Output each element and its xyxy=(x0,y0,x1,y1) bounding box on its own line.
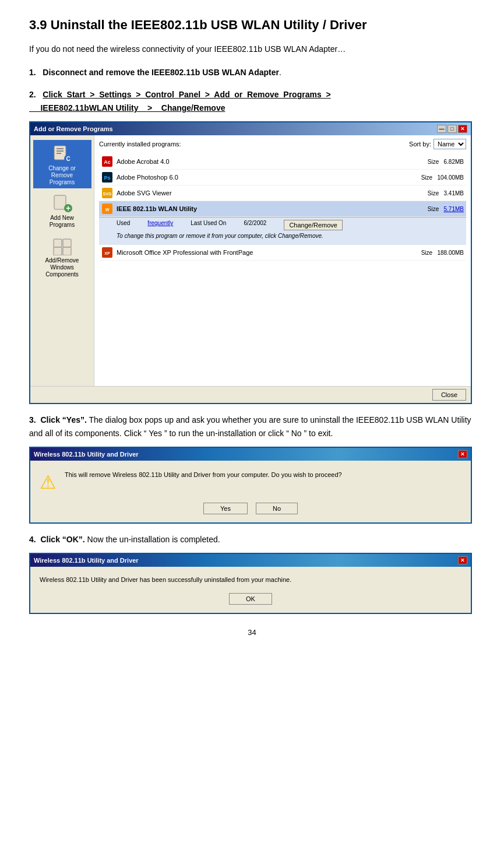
office-name: Microsoft Office XP Professional with Fr… xyxy=(117,249,394,256)
sidebar-item-add-new[interactable]: + Add NewPrograms xyxy=(33,190,91,231)
ieee-lastused-value: 6/2/2002 xyxy=(244,220,266,230)
svg-rect-6 xyxy=(54,195,66,209)
svg-rect-10 xyxy=(63,239,71,247)
sort-select[interactable]: Name xyxy=(433,139,466,149)
sort-label: Sort by: xyxy=(409,141,431,148)
minimize-button[interactable]: — xyxy=(437,125,446,133)
ieee-expand-info: Used frequently Last Used On 6/2/2002 Ch… xyxy=(117,220,461,230)
ieee-icon: W xyxy=(101,203,113,215)
program-row-acrobat[interactable]: Ac Adobe Acrobat 4.0 Size 6.82MB xyxy=(99,154,466,170)
warn-title: Wireless 802.11b Utility and Driver xyxy=(34,451,139,458)
currently-installed-label: Currently installed programs: xyxy=(99,141,181,148)
windows-components-icon xyxy=(52,234,73,255)
svg-text:C: C xyxy=(66,156,70,162)
step-1-number: 1. xyxy=(29,68,36,77)
ok-dialog: Wireless 802.11b Utility and Driver ✕ Wi… xyxy=(29,553,472,614)
sidebar-windows-label: Add/RemoveWindowsComponents xyxy=(45,257,79,278)
step-2-number: 2. xyxy=(29,90,36,99)
program-row-photoshop[interactable]: Ps Adobe Photoshop 6.0 Size 104.00MB xyxy=(99,170,466,185)
ieee-name: IEEE 802.11b WLAN Utility xyxy=(117,205,394,212)
add-remove-titlebar-buttons[interactable]: — □ ✕ xyxy=(437,125,467,133)
ok-button[interactable]: OK xyxy=(229,593,272,605)
step-1-label: 1. Disconnect and remove the IEEE802.11b… xyxy=(29,66,475,79)
step-4-text: 4. Click “OK”. Now the un-installation i… xyxy=(29,533,475,546)
add-remove-content: C Change orRemovePrograms + Add NewProgr… xyxy=(30,135,471,386)
step-2-label: 2. Click Start > Settings > Control Pane… xyxy=(29,88,475,114)
photoshop-icon: Ps xyxy=(101,171,113,183)
ieee-desc: To change this program or remove it from… xyxy=(117,233,461,239)
step-3-text: 3. Click “Yes”. The dialog box pops up a… xyxy=(29,413,475,440)
program-row-svg[interactable]: SVG Adobe SVG Viewer Size 3.41MB xyxy=(99,185,466,201)
step-3-bold: Click “Yes”. xyxy=(40,415,86,425)
add-remove-title: Add or Remove Programs xyxy=(34,125,113,132)
step-4: 4. Click “OK”. Now the un-installation i… xyxy=(29,533,475,614)
warn-titlebar: Wireless 802.11b Utility and Driver ✕ xyxy=(30,448,471,461)
add-remove-dialog: Add or Remove Programs — □ ✕ xyxy=(29,121,472,404)
svg-rect-12 xyxy=(63,247,71,255)
office-size: Size 188.00MB xyxy=(394,250,464,256)
svg-rect-2 xyxy=(57,150,64,152)
add-remove-sidebar: C Change orRemovePrograms + Add NewProgr… xyxy=(30,135,94,386)
svg-text:Ac: Ac xyxy=(104,159,111,165)
svg-rect-9 xyxy=(54,239,62,247)
svg-icon: SVG xyxy=(101,187,113,199)
step-3-number: 3. xyxy=(29,415,36,425)
maximize-button[interactable]: □ xyxy=(447,125,457,133)
warn-close-icon[interactable]: ✕ xyxy=(458,450,467,458)
svg-text:XP: XP xyxy=(104,251,110,255)
ok-titlebar-buttons[interactable]: ✕ xyxy=(458,556,467,564)
step-1-text: Disconnect and remove the IEEE802.11b US… xyxy=(43,68,279,77)
ieee-expanded-details: Used frequently Last Used On 6/2/2002 Ch… xyxy=(99,217,466,245)
warn-dialog: Wireless 802.11b Utility and Driver ✕ ⚠ … xyxy=(29,447,472,524)
photoshop-size: Size 104.00MB xyxy=(394,174,464,181)
ok-content: Wireless 802.11b Utility and Driver has … xyxy=(30,567,471,591)
photoshop-name: Adobe Photoshop 6.0 xyxy=(117,174,394,181)
arp-header: Currently installed programs: Sort by: N… xyxy=(99,139,466,150)
svg-text:+: + xyxy=(65,204,70,213)
warn-message: This will remove Wireless 802.11b Utilit… xyxy=(65,470,461,480)
warn-buttons: Yes No xyxy=(30,499,471,522)
arp-close-button[interactable]: Close xyxy=(432,389,466,401)
svg-text:W: W xyxy=(105,208,110,212)
ok-buttons: OK xyxy=(30,591,471,613)
add-remove-titlebar: Add or Remove Programs — □ ✕ xyxy=(30,122,471,135)
acrobat-size: Size 6.82MB xyxy=(394,159,464,165)
acrobat-icon: Ac xyxy=(101,156,113,167)
ieee-used-label: Used xyxy=(117,220,130,230)
office-icon: XP xyxy=(101,247,113,258)
ok-close-icon[interactable]: ✕ xyxy=(458,556,467,564)
page-number: 34 xyxy=(29,628,475,637)
svg-rect-1 xyxy=(57,148,64,149)
step-4-number: 4. xyxy=(29,535,36,544)
yes-button[interactable]: Yes xyxy=(203,503,248,514)
svg-name: Adobe SVG Viewer xyxy=(117,190,394,197)
warn-content: ⚠ This will remove Wireless 802.11b Util… xyxy=(30,461,471,499)
sidebar-add-new-label: Add NewPrograms xyxy=(50,215,75,229)
sidebar-change-remove-label: Change orRemovePrograms xyxy=(48,165,76,186)
step-3: 3. Click “Yes”. The dialog box pops up a… xyxy=(29,413,475,524)
svg-rect-11 xyxy=(54,247,62,255)
acrobat-name: Adobe Acrobat 4.0 xyxy=(117,158,394,165)
close-icon[interactable]: ✕ xyxy=(458,125,467,133)
svg-rect-3 xyxy=(57,153,61,154)
page-title: 3.9 Uninstall the IEEE802.11b USB WLAN U… xyxy=(29,17,475,33)
warning-icon: ⚠ xyxy=(40,471,57,493)
program-row-office[interactable]: XP Microsoft Office XP Professional with… xyxy=(99,245,466,261)
warn-titlebar-buttons[interactable]: ✕ xyxy=(458,450,467,458)
step-4-bold: Click “OK”. xyxy=(40,535,84,544)
ieee-used-value: frequently xyxy=(147,220,173,230)
arp-footer: Close xyxy=(30,386,471,403)
sidebar-item-change-remove[interactable]: C Change orRemovePrograms xyxy=(33,140,91,188)
change-remove-icon: C xyxy=(52,142,73,163)
add-remove-main: Currently installed programs: Sort by: N… xyxy=(94,135,471,386)
change-remove-button[interactable]: Change/Remove xyxy=(284,220,343,230)
sidebar-item-windows-components[interactable]: Add/RemoveWindowsComponents xyxy=(33,232,91,280)
step-2-text: Click Start > Settings > Control Panel >… xyxy=(29,90,331,112)
svg-text:Ps: Ps xyxy=(104,175,110,181)
step-1: 1. Disconnect and remove the IEEE802.11b… xyxy=(29,66,475,79)
program-row-ieee[interactable]: W IEEE 802.11b WLAN Utility Size 5.71MB xyxy=(99,201,466,217)
svg-text:SVG: SVG xyxy=(103,192,112,196)
no-button[interactable]: No xyxy=(256,503,298,514)
ok-titlebar: Wireless 802.11b Utility and Driver ✕ xyxy=(30,554,471,567)
ok-title: Wireless 802.11b Utility and Driver xyxy=(34,557,139,564)
